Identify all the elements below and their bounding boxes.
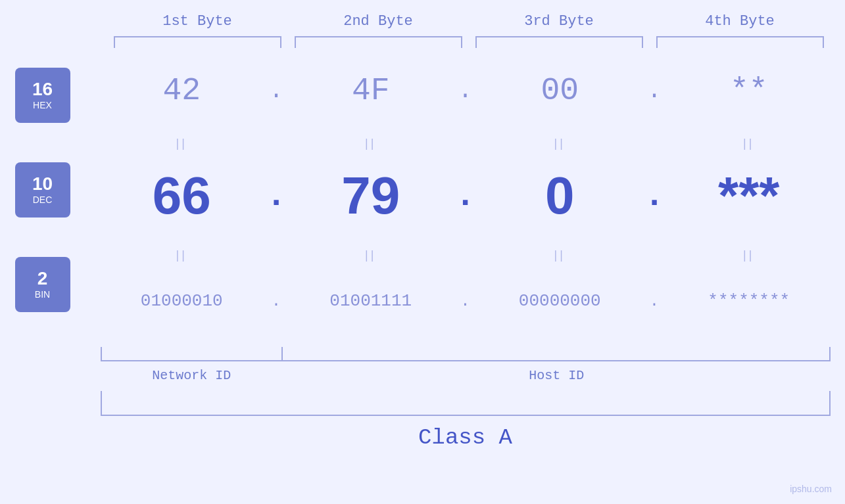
byte3-header: 3rd Byte	[469, 13, 650, 30]
bin-badge: 2 BIN	[15, 257, 70, 312]
dec-val-2: 79	[341, 166, 400, 225]
dec-val-4: ***	[718, 166, 779, 225]
hex-val-1: 42	[162, 73, 201, 108]
hex-badge-number: 16	[32, 80, 53, 99]
bin-cell-1: 01000010	[101, 291, 264, 311]
hex-val-3: 00	[541, 73, 579, 108]
dec-badge: 10 DEC	[15, 162, 70, 218]
eq2-2: ||	[289, 248, 452, 262]
dec-cell-2: 79	[289, 170, 452, 222]
dec-badge-label: DEC	[33, 195, 53, 205]
bin-badge-number: 2	[37, 269, 48, 288]
network-id-bracket	[101, 347, 283, 361]
main-container: 1st Byte 2nd Byte 3rd Byte 4th Byte 16 H…	[0, 0, 845, 504]
bracket4	[656, 36, 824, 48]
grid-area: 16 HEX 10 DEC 2 BIN 42 . 4F	[15, 61, 831, 450]
bin-cell-2: 01001111	[289, 291, 452, 311]
hex-cell-4: **	[667, 73, 831, 108]
bin-dot-3: .	[641, 292, 667, 310]
id-labels: Network ID Host ID	[101, 368, 831, 383]
byte-headers: 1st Byte 2nd Byte 3rd Byte 4th Byte	[107, 13, 831, 30]
bin-dot-2: .	[452, 292, 479, 310]
class-label: Class A	[418, 425, 512, 450]
dec-cell-1: 66	[101, 170, 264, 222]
bin-cell-4: ********	[667, 291, 831, 311]
byte2-header: 2nd Byte	[288, 13, 469, 30]
host-id-label: Host ID	[283, 368, 831, 383]
eq2-3: ||	[479, 248, 642, 262]
top-brackets	[107, 36, 831, 48]
watermark: ipshu.com	[790, 484, 832, 494]
hex-dot-3: .	[641, 78, 667, 104]
bin-row: 01000010 . 01001111 . 00000000 . *******…	[101, 271, 831, 331]
hex-badge-label: HEX	[33, 100, 52, 110]
class-label-row: Class A	[101, 425, 831, 450]
bracket3	[475, 36, 643, 48]
eq2-1: ||	[101, 248, 264, 262]
bracket1	[114, 36, 281, 48]
equals-row-2: || || || ||	[101, 245, 831, 265]
network-id-label: Network ID	[101, 368, 283, 383]
bin-val-2: 01001111	[329, 291, 412, 311]
bin-badge-label: BIN	[35, 289, 50, 300]
equals-row-1: || || || ||	[101, 133, 831, 153]
eq1-1: ||	[101, 137, 264, 150]
dec-row: 66 . 79 . 0 . ***	[101, 160, 831, 232]
hex-dot-1: .	[263, 78, 289, 104]
dec-val-1: 66	[153, 166, 211, 225]
dec-dot-3: .	[641, 177, 667, 216]
hex-cell-1: 42	[101, 73, 264, 108]
bin-cell-3: 00000000	[479, 291, 642, 311]
dec-dot-1: .	[263, 177, 289, 216]
host-id-bracket	[283, 347, 831, 361]
bottom-bracket-row	[101, 347, 831, 361]
dec-badge-number: 10	[32, 175, 53, 193]
hex-cell-3: 00	[479, 73, 642, 108]
bin-dot-1: .	[263, 292, 289, 310]
eq1-2: ||	[289, 137, 452, 150]
hex-val-2: 4F	[352, 73, 390, 108]
dec-val-3: 0	[545, 166, 575, 225]
hex-val-4: **	[730, 73, 768, 108]
hex-row: 42 . 4F . 00 . **	[101, 61, 831, 120]
bin-val-1: 01000010	[141, 291, 223, 311]
hex-badge: 16 HEX	[15, 68, 70, 123]
dec-dot-2: .	[452, 177, 479, 216]
bin-val-4: ********	[708, 291, 790, 311]
eq2-4: ||	[667, 248, 831, 262]
byte4-header: 4th Byte	[650, 13, 831, 30]
full-bottom-bracket	[101, 391, 831, 416]
bracket2	[295, 36, 462, 48]
hex-cell-2: 4F	[289, 73, 452, 108]
eq1-3: ||	[479, 137, 642, 150]
byte1-header: 1st Byte	[107, 13, 288, 30]
bin-val-3: 00000000	[519, 291, 601, 311]
badges-column: 16 HEX 10 DEC 2 BIN	[15, 61, 101, 312]
eq1-4: ||	[667, 137, 831, 150]
dec-cell-3: 0	[479, 170, 642, 222]
hex-dot-2: .	[452, 78, 479, 104]
dec-cell-4: ***	[667, 170, 831, 222]
content-area: 42 . 4F . 00 . ** || ||	[101, 61, 831, 450]
